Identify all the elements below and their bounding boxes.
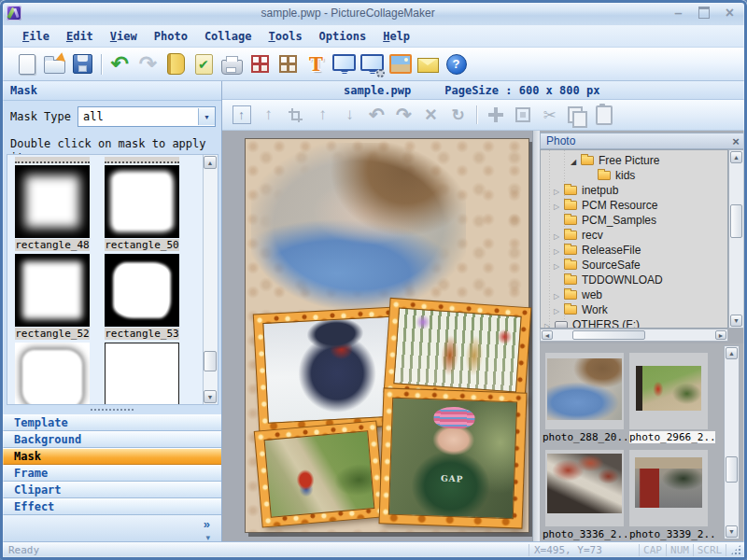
framed-photo-scooter[interactable] (255, 422, 384, 527)
copy-button[interactable] (565, 104, 588, 126)
mask-list-scrollbar[interactable] (203, 155, 218, 404)
print-button[interactable] (219, 51, 245, 77)
tree-item-kids[interactable]: kids (541, 168, 727, 183)
tree-item-free-picture[interactable]: Free Picture (541, 153, 727, 168)
crop-button[interactable] (284, 104, 307, 126)
collage-layout-button[interactable] (247, 51, 273, 77)
mask-thumbnail-rectangle-48[interactable] (15, 165, 90, 238)
collapse-arrow-icon[interactable] (554, 244, 564, 257)
menu-file[interactable]: File (14, 27, 58, 46)
scrollbar-thumb[interactable] (726, 456, 738, 483)
mask-thumbnail-rectangle-50[interactable] (105, 165, 179, 238)
scroll-up-icon[interactable] (204, 156, 217, 169)
tree-item-pcm-resource[interactable]: PCM Resource (541, 198, 727, 213)
minimize-button[interactable] (674, 7, 682, 20)
maximize-button[interactable] (698, 7, 710, 19)
tab-background[interactable]: Background (3, 431, 221, 448)
collapse-arrow-icon[interactable] (554, 229, 564, 242)
preview-settings-button[interactable] (359, 51, 385, 77)
import-image-button[interactable] (230, 104, 253, 126)
menu-options[interactable]: Options (311, 27, 375, 46)
tab-effect[interactable]: Effect (3, 498, 221, 515)
framed-photo-fence[interactable] (385, 299, 531, 401)
scroll-up-icon[interactable] (726, 347, 738, 359)
scroll-right-icon[interactable] (715, 330, 726, 340)
mask-thumbnail-partial[interactable] (105, 343, 179, 405)
tree-horizontal-scrollbar[interactable] (540, 329, 728, 342)
tree-item-pcm-samples[interactable]: PCM_Samples (541, 213, 727, 228)
tree-item-recv[interactable]: recv (541, 228, 727, 243)
save-button[interactable] (70, 51, 95, 77)
scroll-down-icon[interactable] (204, 390, 217, 403)
mask-type-select[interactable]: all (78, 106, 216, 127)
fit-button[interactable] (511, 104, 534, 126)
close-button[interactable] (726, 7, 734, 20)
tab-clipart[interactable]: Clipart (3, 482, 221, 498)
scroll-up-icon[interactable] (730, 151, 742, 163)
collapse-arrow-icon[interactable] (554, 259, 564, 272)
collapse-arrow-icon[interactable] (554, 184, 564, 197)
collapse-arrow-icon[interactable] (544, 318, 555, 329)
menu-edit[interactable]: Edit (58, 27, 102, 46)
collage-page[interactable]: GAP (245, 138, 529, 533)
open-button[interactable] (42, 51, 67, 77)
preview-button[interactable] (331, 51, 357, 77)
menu-view[interactable]: View (102, 27, 146, 46)
scroll-down-icon[interactable] (726, 525, 738, 538)
tab-frame[interactable]: Frame (3, 465, 221, 482)
scrollbar-thumb[interactable] (204, 351, 217, 371)
tree-item-others-f[interactable]: OTHERS (F:) (541, 317, 727, 329)
tree-item-sourcesafe[interactable]: SourceSafe (541, 258, 727, 273)
close-icon[interactable] (728, 134, 743, 148)
expand-arrow-icon[interactable] (571, 154, 581, 167)
paste-button[interactable] (592, 104, 615, 126)
photo-thumbnail[interactable] (545, 353, 624, 429)
tree-item-work[interactable]: Work (541, 302, 727, 317)
collapse-arrow-icon[interactable] (554, 288, 564, 301)
mask-thumbnail-rectangle-52[interactable] (15, 254, 90, 327)
tab-mask[interactable]: Mask (3, 448, 221, 465)
tree-item-releasefile[interactable]: ReleaseFile (541, 243, 727, 258)
undo-button[interactable] (107, 51, 133, 77)
rotate-settings-button[interactable] (446, 104, 470, 126)
menu-help[interactable]: Help (374, 27, 418, 46)
check-tasks-button[interactable] (191, 51, 217, 77)
add-photo-button[interactable] (388, 51, 413, 77)
notebook-button[interactable] (163, 51, 189, 77)
collapse-arrow-icon[interactable] (554, 199, 564, 212)
photo-thumbnail[interactable] (629, 450, 708, 526)
scroll-left-icon[interactable] (542, 330, 553, 340)
new-button[interactable] (14, 51, 39, 77)
menu-photo[interactable]: Photo (146, 27, 196, 46)
mask-thumbnail-rectangle-53[interactable] (105, 254, 179, 327)
tree-item-tddownload[interactable]: TDDOWNLOAD (541, 273, 727, 287)
tree-item-web[interactable]: web (541, 287, 727, 302)
panel-splitter[interactable] (3, 405, 221, 414)
menu-tools[interactable]: Tools (260, 27, 310, 46)
collage-grid-button[interactable] (275, 51, 301, 77)
resize-grip[interactable] (729, 543, 742, 556)
bring-forward-button[interactable] (311, 104, 334, 126)
mask-thumbnail-partial[interactable] (15, 343, 90, 405)
tree-vertical-scrollbar[interactable] (728, 149, 744, 329)
send-backward-button[interactable] (338, 104, 361, 126)
vertical-splitter[interactable] (532, 131, 540, 541)
add-text-button[interactable] (303, 51, 329, 77)
thumbnails-scrollbar[interactable] (724, 345, 740, 539)
undo-edit-button[interactable] (365, 104, 388, 126)
add-photo-button-2[interactable] (257, 104, 280, 126)
masked-photo-object[interactable] (251, 143, 466, 315)
scrollbar-thumb[interactable] (730, 204, 742, 238)
menu-collage[interactable]: Collage (196, 27, 261, 46)
tree-item-inetpub[interactable]: inetpub (541, 183, 727, 198)
redo-button[interactable] (135, 51, 161, 77)
photo-thumbnail-selected[interactable] (629, 353, 708, 429)
chevron-down-icon[interactable] (198, 108, 215, 125)
scrollbar-thumb[interactable] (572, 330, 645, 340)
collapse-arrow-icon[interactable] (554, 303, 564, 316)
scroll-down-icon[interactable] (730, 315, 742, 327)
redo-edit-button[interactable] (392, 104, 416, 126)
framed-photo-girl[interactable]: GAP (380, 388, 527, 527)
delete-button[interactable] (419, 104, 443, 126)
photo-thumbnail[interactable] (545, 450, 624, 526)
